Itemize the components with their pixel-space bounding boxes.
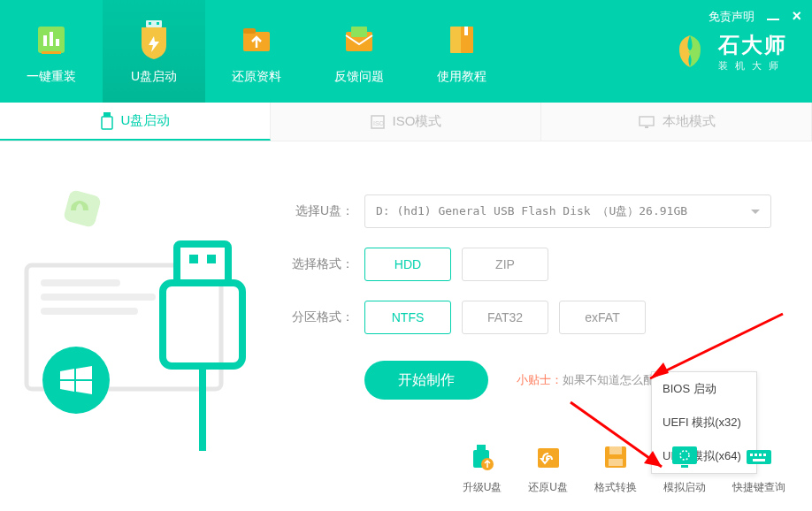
action-upgrade-usb[interactable]: 升级U盘 bbox=[463, 439, 502, 495]
folder-up-icon bbox=[234, 18, 279, 62]
svg-rect-4 bbox=[42, 51, 61, 54]
action-label: 还原U盘 bbox=[528, 480, 568, 495]
svg-rect-24 bbox=[41, 294, 156, 301]
action-restore-usb[interactable]: 还原U盘 bbox=[528, 439, 568, 495]
svg-rect-43 bbox=[672, 446, 697, 464]
tab-label: U盘启动 bbox=[121, 112, 171, 129]
tab-usb-boot[interactable]: U盘启动 bbox=[0, 103, 271, 141]
app-window: 免责声明 × 一键重装 U盘启动 还原资料 反馈问题 bbox=[0, 0, 812, 511]
usb-icon bbox=[100, 112, 114, 130]
simulate-icon bbox=[667, 439, 702, 475]
dropdown-uefi32[interactable]: UEFI 模拟(x32) bbox=[652, 406, 756, 439]
svg-rect-1 bbox=[43, 35, 47, 46]
svg-rect-50 bbox=[763, 454, 766, 456]
nav-feedback[interactable]: 反馈问题 bbox=[308, 0, 410, 103]
svg-rect-25 bbox=[41, 308, 138, 315]
action-label: 模拟启动 bbox=[663, 480, 706, 495]
minimize-icon bbox=[767, 19, 779, 20]
nav-usb-boot[interactable]: U盘启动 bbox=[103, 0, 205, 103]
tip-prefix: 小贴士： bbox=[517, 373, 563, 386]
svg-rect-6 bbox=[149, 22, 151, 25]
nav-label: 还原资料 bbox=[232, 69, 281, 85]
partition-exfat-button[interactable]: exFAT bbox=[559, 301, 646, 334]
save-icon bbox=[598, 439, 633, 475]
svg-rect-29 bbox=[207, 255, 216, 263]
nav-label: 一键重装 bbox=[27, 69, 76, 85]
partition-ntfs-button[interactable]: NTFS bbox=[364, 301, 451, 334]
row-select-usb: 选择U盘： D: (hd1) General USB Flash Disk （U… bbox=[283, 194, 777, 228]
svg-rect-9 bbox=[243, 28, 256, 34]
tab-iso-mode[interactable]: ISO ISO模式 bbox=[271, 103, 541, 141]
disclaimer-link[interactable]: 免责声明 bbox=[709, 9, 755, 25]
close-button[interactable]: × bbox=[792, 7, 801, 26]
brand-subtitle: 装机大师 bbox=[718, 59, 787, 72]
svg-rect-51 bbox=[753, 459, 765, 461]
brand-name: 石大师 bbox=[718, 31, 787, 59]
svg-rect-11 bbox=[351, 27, 367, 37]
row-partition-format: 分区格式： NTFS FAT32 exFAT bbox=[283, 301, 777, 334]
svg-rect-16 bbox=[102, 117, 112, 129]
nav-label: U盘启动 bbox=[131, 69, 177, 85]
svg-rect-21 bbox=[63, 189, 102, 228]
svg-rect-42 bbox=[609, 459, 623, 466]
format-hdd-button[interactable]: HDD bbox=[364, 248, 451, 281]
start-button[interactable]: 开始制作 bbox=[364, 361, 488, 400]
svg-rect-46 bbox=[747, 450, 771, 464]
action-simulate-boot[interactable]: 模拟启动 bbox=[663, 439, 706, 495]
action-label: 格式转换 bbox=[594, 480, 637, 495]
action-shortcut-query[interactable]: 快捷键查询 bbox=[732, 439, 785, 495]
svg-rect-47 bbox=[750, 454, 753, 456]
svg-rect-3 bbox=[56, 39, 59, 46]
svg-rect-30 bbox=[163, 283, 242, 366]
action-format-convert[interactable]: 格式转换 bbox=[594, 439, 637, 495]
nav-tutorial[interactable]: 使用教程 bbox=[410, 0, 513, 103]
tab-local-mode[interactable]: 本地模式 bbox=[541, 103, 812, 141]
sub-tabs: U盘启动 ISO ISO模式 本地模式 bbox=[0, 103, 812, 141]
iso-icon: ISO bbox=[370, 114, 386, 130]
usb-shield-icon bbox=[132, 18, 176, 62]
keyboard-icon bbox=[741, 439, 777, 475]
usb-select[interactable]: D: (hd1) General USB Flash Disk （U盘）26.9… bbox=[364, 194, 771, 228]
svg-rect-23 bbox=[41, 279, 120, 286]
svg-rect-27 bbox=[177, 244, 228, 283]
select-usb-label: 选择U盘： bbox=[283, 203, 354, 219]
partition-fat32-button[interactable]: FAT32 bbox=[462, 301, 548, 334]
tab-label: ISO模式 bbox=[393, 113, 442, 130]
illustration bbox=[0, 159, 265, 442]
svg-rect-2 bbox=[50, 32, 53, 46]
logo-icon bbox=[670, 32, 709, 71]
svg-rect-48 bbox=[755, 454, 757, 456]
logo-text: 石大师 装机大师 bbox=[718, 31, 787, 72]
tab-label: 本地模式 bbox=[663, 113, 716, 130]
svg-point-26 bbox=[42, 347, 110, 414]
svg-rect-49 bbox=[759, 454, 762, 456]
minimize-button[interactable] bbox=[767, 10, 779, 23]
svg-rect-14 bbox=[464, 27, 468, 35]
svg-text:ISO: ISO bbox=[373, 120, 385, 126]
svg-rect-45 bbox=[681, 465, 688, 468]
svg-rect-5 bbox=[146, 20, 162, 27]
action-label: 快捷键查询 bbox=[732, 480, 785, 495]
svg-rect-12 bbox=[450, 27, 463, 53]
usb-restore-icon bbox=[531, 439, 566, 475]
svg-rect-20 bbox=[645, 126, 648, 128]
partition-label: 分区格式： bbox=[283, 309, 354, 325]
row-select-format: 选择格式： HDD ZIP bbox=[283, 248, 777, 281]
header: 免责声明 × 一键重装 U盘启动 还原资料 反馈问题 bbox=[0, 0, 812, 103]
svg-rect-36 bbox=[477, 445, 486, 450]
dropdown-bios[interactable]: BIOS 启动 bbox=[652, 372, 756, 406]
nav-label: 使用教程 bbox=[437, 69, 486, 85]
monitor-icon bbox=[638, 115, 655, 129]
svg-rect-28 bbox=[189, 255, 198, 263]
book-icon bbox=[440, 18, 484, 62]
bar-chart-icon bbox=[29, 18, 73, 62]
format-zip-button[interactable]: ZIP bbox=[462, 248, 548, 281]
svg-rect-7 bbox=[157, 22, 159, 25]
action-label: 升级U盘 bbox=[463, 480, 502, 495]
nav-reinstall[interactable]: 一键重装 bbox=[0, 0, 103, 103]
nav-restore-data[interactable]: 还原资料 bbox=[205, 0, 308, 103]
select-format-label: 选择格式： bbox=[283, 256, 354, 272]
content-area: 选择U盘： D: (hd1) General USB Flash Disk （U… bbox=[0, 141, 812, 511]
mail-icon bbox=[337, 18, 381, 62]
svg-rect-41 bbox=[609, 446, 622, 454]
